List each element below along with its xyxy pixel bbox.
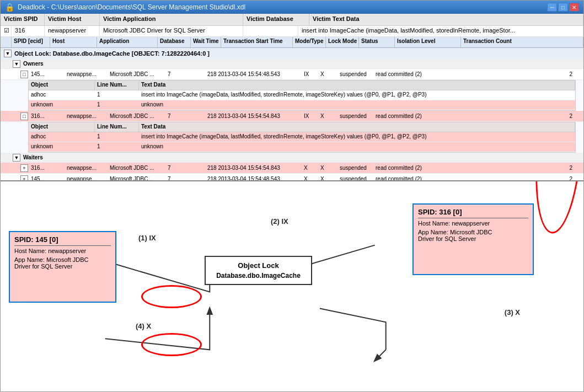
victim-spid-header: Victim SPID [1,14,45,25]
owner-1-txcount: 2 [437,71,583,78]
waiter-1-txcount: 2 [437,164,583,171]
waiter-2-lock: X [319,175,338,180]
sub2-adhoc-text: insert into ImageCache (imageData, lastM… [139,132,575,142]
waiters-label: Waiters [22,154,45,161]
owner-1-spid: 145... [29,71,65,78]
diagram-panel: SPID: 145 [0] Host Name: newappserver Ap… [1,180,583,391]
waiter-2-app: Microsoft JDBC ... [108,175,166,180]
owner-1-status: suspended [338,71,374,78]
waiter-1-lock: X [319,164,338,171]
owners-collapse-icon[interactable]: ▼ [13,60,20,68]
spid-316-host: Host Name: newappserver [418,220,528,227]
waiter-2-status: suspended [338,175,374,180]
waiter-2-isolation: read committed (2) [374,175,437,180]
sub2-unknown-type: unknown [29,142,95,152]
sub2-h-object: Object [29,122,95,132]
waiter-1-mode: X [302,164,319,171]
waiters-collapse-icon[interactable]: ▼ [13,154,20,162]
app-col: Application [97,37,158,47]
sub2-unknown-line: 1 [95,142,139,152]
host-col: Host [50,37,97,47]
waiter-1-spid: 316... [29,164,65,171]
waiter-2-host: newappse... [65,175,108,180]
owner-1-row[interactable]: □ 145... newappse... Microsoft JDBC ... … [1,69,583,80]
owner-2-sub-header: Object Line Num... Text Data [29,122,575,132]
expand-col [1,37,12,47]
sub-unknown-type: unknown [29,100,95,110]
victim-host-value: newappserver [45,26,100,36]
victim-app-value: Microsoft JDBC Driver for SQL Server [100,26,243,36]
waiter-2-mode: X [302,175,319,180]
owners-group-row: ▼ Owners [1,59,583,69]
sub-h-text: Text Data [139,80,575,90]
owner-1-txstart: 218 2013-03-04 15:54:48.543 [206,71,302,78]
waiter-1-status: suspended [338,164,374,171]
annotation-circle-1 [141,285,202,308]
owner-1-lock: X [319,71,338,78]
sub2-h-linenum: Line Num... [95,122,139,132]
window-title: Deadlock - C:\Users\aaron\Documents\SQL … [18,3,245,11]
sub-adhoc-text: insert into ImageCache (imageData, lastM… [139,90,575,100]
waiter-1-expand[interactable]: + [20,164,28,172]
waiter-1-row[interactable]: + 316... newappse... Microsoft JDBC ... … [1,163,583,174]
minimize-button[interactable]: ─ [547,3,557,12]
waiter-2-row[interactable]: + 145... newappse... Microsoft JDBC ... … [1,174,583,180]
spid-316-app: App Name: Microsoft JDBCDriver for SQL S… [418,229,528,242]
owner-1-unknown-row: unknown 1 unknown [29,100,575,110]
owner-2-mode: IX [302,112,319,120]
waiter-2-txstart: 218 2013-03-04 15:54:48.543 [206,175,302,180]
owner-1-wait [178,74,206,75]
owner-2-adhoc-row: adhoc 1 insert into ImageCache (imageDat… [29,132,575,142]
spid-145-title: SPID: 145 [0] [14,235,111,246]
owners-label: Owners [22,60,45,67]
collapse-icon[interactable]: ▼ [4,50,12,57]
owner-1-expand[interactable]: □ [20,71,28,78]
spid-145-host: Host Name: newappserver [14,248,111,254]
close-button[interactable]: ✕ [569,3,579,12]
arrow-2-label: (2) IX [271,217,288,225]
object-lock-line2: Database.dbo.ImageCache [212,272,304,280]
victim-db-header: Victim Database [243,14,309,25]
deadlock-tree[interactable]: ▼ Object Lock: Database.dbo.ImageCache [… [1,48,583,180]
spid-col: SPID [ecid] [12,37,50,47]
waiter-2-expand[interactable]: + [20,175,28,181]
sub2-adhoc-type: adhoc [29,132,95,142]
waiter-1-wait [178,168,206,169]
waiter-1-isolation: read committed (2) [374,164,437,171]
main-window: 🔒 Deadlock - C:\Users\aaron\Documents\SQ… [0,0,584,392]
owner-1-db: 7 [166,71,178,78]
victim-data-row: ☑ 316 newappserver Microsoft JDBC Driver… [1,26,583,37]
sub-unknown-line: 1 [95,100,139,110]
object-lock-diagram-box: Object Lock Database.dbo.ImageCache [205,256,312,285]
waiter-1-db: 7 [166,164,178,171]
lock-col: Lock Mode [326,37,359,47]
wait-col: Wait Time [191,37,221,47]
mode-col: Mode/Type [293,37,326,47]
owner-2-status: suspended [338,112,374,120]
isolation-col: Isolation Level [395,37,461,47]
owner-2-isolation: read committed (2) [374,112,437,120]
victim-text-value: insert into ImageCache (imageData, lastM… [298,26,583,36]
waiter-2-db: 7 [166,175,178,180]
owner-2-expand[interactable]: □ [20,112,28,120]
maximize-button[interactable]: □ [558,3,568,12]
sub-adhoc-type: adhoc [29,90,95,100]
arrow-1-label: (1) IX [138,234,156,242]
owner-1-subtable: Object Line Num... Text Data adhoc 1 ins… [28,80,576,111]
owner-2-lock: X [319,112,338,120]
spid-316-title: SPID: 316 [0] [418,208,528,218]
arrow-3-label: (3) X [505,308,520,316]
victim-db-value [243,26,298,36]
waiters-group-row: ▼ Waiters [1,153,583,163]
owner-1-isolation: read committed (2) [374,71,437,78]
owner-2-txstart: 218 2013-03-04 15:54:54.843 [206,112,302,120]
spid-145-box: SPID: 145 [0] Host Name: newappserver Ap… [9,231,116,303]
waiter-1-host: newappse... [65,164,108,171]
sub-h-object: Object [29,80,95,90]
owner-2-unknown-row: unknown 1 unknown [29,142,575,152]
owner-2-row[interactable]: □ 316... newappse... Microsoft JDBC ... … [1,111,583,122]
victim-text-header: Victim Text Data [309,14,583,25]
status-col: Status [359,37,395,47]
owner-2-subtable: Object Line Num... Text Data adhoc 1 ins… [28,122,576,153]
db-col: Database [158,37,191,47]
